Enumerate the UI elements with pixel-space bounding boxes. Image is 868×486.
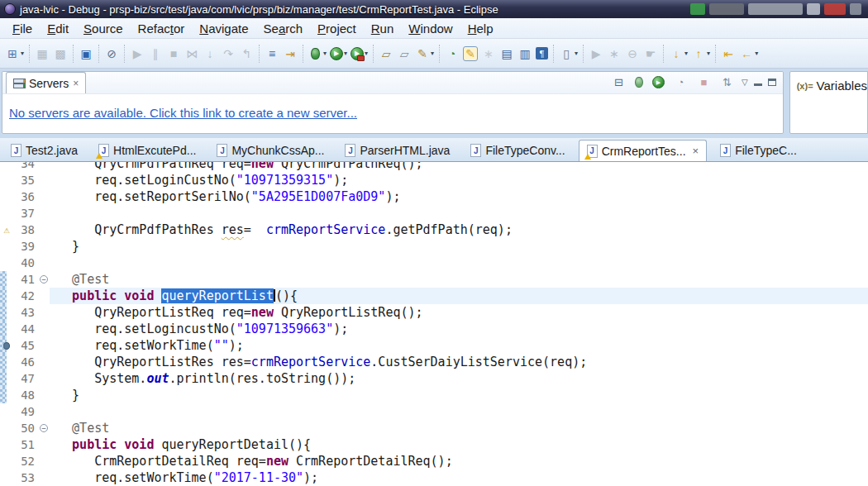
java-search-button[interactable]: ✎▾: [413, 45, 436, 63]
code-text[interactable]: }: [50, 387, 868, 403]
previous-annotation-button[interactable]: ↑▾: [689, 45, 712, 63]
new-wizard-button[interactable]: ⊞▾: [3, 45, 26, 63]
collapse-fold-icon[interactable]: −: [40, 424, 48, 432]
collapse-fold-icon[interactable]: −: [40, 275, 48, 284]
use-step-filters-button[interactable]: ⇥: [281, 45, 299, 63]
menu-edit[interactable]: Edit: [40, 20, 76, 37]
menu-source[interactable]: Source: [76, 20, 131, 37]
show-whitespace-button[interactable]: ¶: [534, 45, 550, 61]
debug-dropdown-icon[interactable]: ▾: [323, 50, 327, 57]
open-resource-button[interactable]: ▱: [395, 45, 413, 63]
servers-tool-dropdown-icon[interactable]: ▾: [575, 50, 578, 57]
ime-options-button[interactable]: [807, 3, 820, 15]
code-text[interactable]: [50, 255, 868, 271]
ime-end-button[interactable]: [850, 3, 861, 15]
maximize-view-icon[interactable]: [768, 79, 776, 86]
close-button[interactable]: [824, 3, 846, 15]
code-editor[interactable]: 34 QryCrmPdfPathReq req=new QryCrmPdfPat…: [0, 162, 868, 486]
menu-refactor[interactable]: Refactor: [131, 20, 193, 37]
toggle-mark-occurrences-button[interactable]: ✎: [461, 45, 479, 63]
code-text[interactable]: CrmReportDetailReq req=new CrmReportDeta…: [50, 453, 868, 469]
code-text[interactable]: req.setWorkTime("2017-11-30");: [50, 469, 868, 486]
back-dropdown-icon[interactable]: ▾: [755, 50, 758, 57]
code-segment: @Test: [50, 272, 109, 287]
show-javadoc-button[interactable]: ▤: [498, 45, 516, 63]
menu-file[interactable]: File: [5, 20, 40, 37]
view-menu-icon[interactable]: ▽: [742, 78, 748, 87]
step-into-button: ↓: [201, 45, 219, 63]
minimize-view-icon[interactable]: [754, 83, 762, 86]
open-type-button[interactable]: ▱: [377, 45, 395, 63]
editor-tab-mychunkcssap-[interactable]: JMyChunkCssAp...: [209, 140, 331, 161]
new-wizard-dropdown-icon[interactable]: ▾: [21, 50, 24, 57]
code-segment: queryReportDetail(){: [154, 437, 311, 452]
ime-toolbar-button[interactable]: [748, 3, 803, 15]
code-text[interactable]: public void queryReportList(){: [50, 288, 868, 304]
code-text[interactable]: QryCrmPdfPathReq req=new QryCrmPdfPathRe…: [50, 162, 868, 172]
code-segment: res: [222, 222, 244, 237]
menu-run[interactable]: Run: [364, 20, 402, 37]
code-text[interactable]: public void queryReportDetail(){: [50, 436, 868, 453]
code-text[interactable]: System.out.println(res.toString());: [50, 370, 868, 387]
editor-tab-htmlexcutepd-[interactable]: JHtmlExcutePd...: [91, 140, 203, 161]
editor-tab-filetypeconv-[interactable]: JFileTypeConv...: [463, 140, 572, 161]
back-button[interactable]: ←▾: [737, 45, 760, 63]
skip-all-breakpoints-button[interactable]: ⊘: [103, 45, 121, 63]
last-edit-location-button[interactable]: ⇤: [719, 45, 737, 63]
coverage-button[interactable]: ▶▾: [349, 45, 370, 62]
coverage-dropdown-icon[interactable]: ▾: [365, 50, 368, 57]
code-text[interactable]: }: [50, 238, 868, 255]
external-tools-button: ∗: [605, 45, 623, 63]
menu-window[interactable]: Window: [401, 20, 460, 37]
menu-project[interactable]: Project: [310, 20, 364, 37]
java-search-dropdown-icon[interactable]: ▾: [431, 50, 434, 57]
collapse-all-button[interactable]: ⊟: [610, 74, 627, 91]
show-skipped-lines-button[interactable]: ≡: [263, 45, 281, 63]
code-text[interactable]: QryReportListReq req=new QryReportListRe…: [50, 304, 868, 321]
start-server-button[interactable]: ▶: [651, 74, 666, 90]
editor-tab-label: FileTypeConv...: [485, 144, 565, 157]
code-text[interactable]: QryReportListRes res=crmReportService.Cu…: [50, 354, 868, 370]
code-line: ⚠38 QryCrmPdfPathRes res= crmReportServi…: [0, 222, 868, 238]
menu-search[interactable]: Search: [256, 20, 311, 37]
code-text[interactable]: @Test: [50, 271, 868, 288]
code-text[interactable]: req.setLoginCustNo("10971359315");: [50, 172, 868, 188]
debug-button[interactable]: ▾: [307, 45, 328, 63]
publish-server-button[interactable]: ⇅: [718, 74, 736, 91]
servers-tab-close-icon[interactable]: ×: [73, 78, 79, 89]
servers-tool-button[interactable]: ▯▾: [557, 45, 579, 63]
code-text[interactable]: @Test: [50, 420, 868, 436]
run-button[interactable]: ▶▾: [328, 45, 349, 62]
line-number: 43: [7, 306, 38, 319]
tab-servers[interactable]: Servers ×: [6, 72, 86, 93]
run-dropdown-icon[interactable]: ▾: [344, 50, 347, 57]
code-text[interactable]: req.setLogincustNo("10971359663");: [50, 321, 868, 337]
editor-tab-filetypec-[interactable]: JFileTypeC...: [713, 140, 804, 161]
code-text[interactable]: [50, 403, 868, 420]
editor-tab-crmreporttes-[interactable]: JCrmReportTes...×: [579, 140, 708, 162]
ime-language-button[interactable]: [690, 3, 705, 15]
editor-tab-parserhtml-java[interactable]: JParserHTML.java: [337, 140, 457, 161]
menu-navigate[interactable]: Navigate: [192, 20, 255, 37]
editor-tab-close-icon[interactable]: ×: [693, 145, 699, 157]
next-annotation-dropdown-icon[interactable]: ▾: [684, 50, 688, 57]
next-annotation-button[interactable]: ↓▾: [667, 45, 689, 63]
editor-tab-test2-java[interactable]: JTest2.java: [3, 140, 85, 161]
code-text[interactable]: QryCrmPdfPathRes res= crmReportService.g…: [50, 222, 868, 238]
code-text[interactable]: req.setWorkTime("");: [50, 337, 868, 354]
servers-view: Servers × ⊟▶◔■⇅ ▽ No servers are availab…: [2, 71, 784, 134]
code-line: 51 public void queryReportDetail(){: [0, 436, 868, 453]
profile-server-button[interactable]: ◔: [672, 74, 689, 91]
ime-mode-button[interactable]: [709, 3, 744, 15]
menu-help[interactable]: Help: [460, 20, 501, 37]
debug-server-button[interactable]: [633, 75, 645, 89]
code-segment: new: [251, 305, 274, 320]
previous-annotation-dropdown-icon[interactable]: ▾: [707, 50, 710, 57]
tab-variables[interactable]: (x)= Variables: [797, 79, 867, 93]
create-new-server-link[interactable]: No servers are available. Click this lin…: [9, 106, 357, 120]
synchronize-button[interactable]: ◔: [443, 45, 461, 63]
open-console-button[interactable]: ▣: [77, 45, 95, 63]
show-source-button[interactable]: ▥: [516, 45, 534, 63]
code-text[interactable]: req.setReportSerilNo("5A295E1D007Fa0D9")…: [50, 188, 868, 205]
code-text[interactable]: [50, 205, 868, 222]
